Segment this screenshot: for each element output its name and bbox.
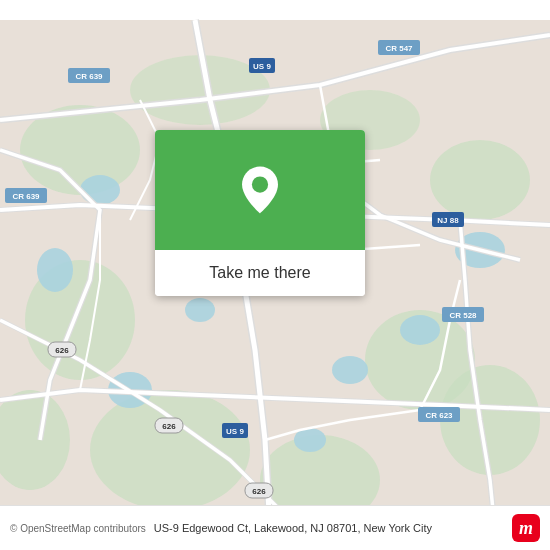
bottom-bar: © OpenStreetMap contributors US-9 Edgewo…: [0, 505, 550, 550]
svg-text:CR 639: CR 639: [75, 72, 103, 81]
svg-text:US 9: US 9: [253, 62, 271, 71]
svg-text:CR 639: CR 639: [12, 192, 40, 201]
moovit-logo: m: [512, 514, 540, 542]
location-text: US-9 Edgewood Ct, Lakewood, NJ 08701, Ne…: [154, 522, 504, 534]
svg-point-2: [430, 140, 530, 220]
osm-attribution: © OpenStreetMap contributors: [10, 523, 146, 534]
svg-text:CR 623: CR 623: [425, 411, 453, 420]
svg-text:NJ 88: NJ 88: [437, 216, 459, 225]
svg-point-14: [400, 315, 440, 345]
map-container: CR 547 US 9 CR 639 CR 639 NJ 88 CR 528 6…: [0, 0, 550, 550]
location-card: Take me there: [155, 130, 365, 296]
svg-text:US 9: US 9: [226, 427, 244, 436]
svg-text:CR 528: CR 528: [449, 311, 477, 320]
moovit-icon: m: [512, 514, 540, 542]
svg-text:626: 626: [55, 346, 69, 355]
svg-text:626: 626: [252, 487, 266, 496]
take-me-there-button[interactable]: Take me there: [155, 250, 365, 296]
svg-point-7: [90, 390, 250, 510]
moovit-letter: m: [519, 518, 533, 539]
location-pin: [242, 168, 278, 212]
svg-point-41: [252, 177, 268, 193]
button-label: Take me there: [209, 264, 310, 282]
svg-text:626: 626: [162, 422, 176, 431]
svg-point-12: [37, 248, 73, 292]
card-map-preview: [155, 130, 365, 250]
svg-text:CR 547: CR 547: [385, 44, 413, 53]
svg-point-11: [80, 175, 120, 205]
svg-point-17: [185, 298, 215, 322]
svg-point-16: [332, 356, 368, 384]
